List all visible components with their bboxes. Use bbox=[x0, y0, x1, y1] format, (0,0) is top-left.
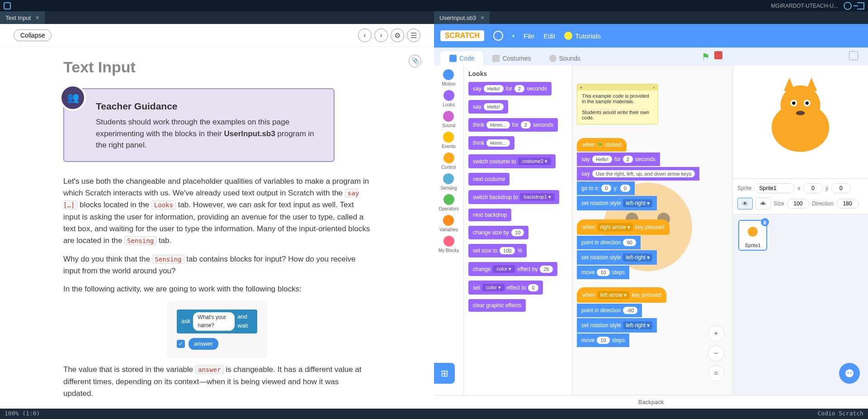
collapse-button[interactable]: Collapse bbox=[14, 29, 52, 41]
globe-icon[interactable] bbox=[493, 31, 503, 41]
sprite-direction-input[interactable] bbox=[836, 199, 859, 209]
category-sound[interactable]: Sound bbox=[441, 110, 456, 129]
block-move[interactable]: move10steps bbox=[577, 333, 629, 347]
sprite-y-input[interactable] bbox=[831, 183, 851, 193]
close-comment-icon[interactable]: × bbox=[652, 85, 655, 90]
script-workspace[interactable]: ▾× This example code is provided in the … bbox=[572, 66, 732, 395]
size-label: Size bbox=[774, 200, 784, 207]
tab-code[interactable]: Code bbox=[440, 51, 483, 66]
blocks-illustration: ask What's your name? and wait ✓ answer bbox=[167, 302, 267, 357]
list-icon[interactable]: ☰ bbox=[407, 29, 420, 42]
close-icon[interactable]: × bbox=[35, 14, 39, 21]
menu-file[interactable]: File bbox=[524, 32, 534, 40]
script-right-arrow[interactable]: whenright arrow ▾key pressed point in di… bbox=[577, 219, 670, 279]
sprite-name-input[interactable] bbox=[754, 183, 795, 193]
zoom-in-button[interactable]: + bbox=[708, 325, 724, 342]
category-label: Control bbox=[441, 165, 456, 170]
power-icon[interactable] bbox=[844, 2, 852, 10]
hat-when-flag-clicked[interactable]: when⚑clicked bbox=[577, 138, 627, 152]
block-set-rotation[interactable]: set rotation styleleft-right ▾ bbox=[577, 318, 657, 333]
tab-userinput-sb3[interactable]: UserInput.sb3 × bbox=[434, 11, 490, 24]
sprite-thumbnail[interactable]: 🗑 Sprite1 bbox=[738, 220, 767, 251]
stage[interactable] bbox=[733, 66, 868, 179]
block-switch-backdrop[interactable]: switch backdrop tobackdrop1 ▾ bbox=[468, 190, 559, 204]
block-set-rotation[interactable]: set rotation styleleft-right ▾ bbox=[577, 196, 657, 210]
collapse-comment-icon[interactable]: ▾ bbox=[580, 85, 582, 90]
block-say[interactable]: sayUse the right, left, up, and down arr… bbox=[577, 167, 699, 181]
tab-sounds[interactable]: Sounds bbox=[540, 51, 590, 66]
block-set-rotation[interactable]: set rotation styleleft-right ▾ bbox=[577, 250, 657, 265]
ask-block: ask What's your name? and wait bbox=[177, 309, 257, 333]
category-looks[interactable]: Looks bbox=[442, 89, 456, 108]
sprite-size-input[interactable] bbox=[787, 199, 809, 209]
block-switch-costume[interactable]: switch costume tocostume2 ▾ bbox=[468, 154, 556, 168]
category-label: Looks bbox=[443, 102, 455, 107]
app-logo bbox=[4, 2, 11, 10]
menu-edit[interactable]: Edit bbox=[543, 32, 555, 40]
block-change-size[interactable]: change size by10 bbox=[468, 226, 528, 239]
stop-icon[interactable] bbox=[714, 51, 722, 59]
tab-label: Text Input bbox=[5, 14, 31, 21]
blocks-palette[interactable]: Looks sayHello!for2seconds sayHello! thi… bbox=[464, 66, 572, 395]
add-extension-button[interactable]: ⊞ bbox=[434, 363, 455, 384]
scratch-menubar: SCRATCH ▾ File Edit Tutorials bbox=[434, 24, 868, 48]
category-operators[interactable]: Operators bbox=[438, 193, 459, 212]
script-when-flag[interactable]: when⚑clicked sayHello!for2seconds sayUse… bbox=[577, 138, 699, 210]
paperclip-icon[interactable]: 📎 bbox=[409, 55, 421, 67]
logout-icon[interactable] bbox=[857, 2, 864, 10]
block-set-effect[interactable]: setcolor ▾effect to0 bbox=[468, 281, 543, 295]
add-sprite-button[interactable] bbox=[839, 363, 860, 384]
block-clear-effects[interactable]: clear graphic effects bbox=[468, 299, 526, 312]
zoom-reset-button[interactable]: = bbox=[708, 365, 724, 381]
block-next-costume[interactable]: next costume bbox=[468, 173, 509, 186]
sprite-info-panel: Sprite x y 👁 👁 Size Direction bbox=[733, 179, 868, 214]
close-icon[interactable]: × bbox=[481, 14, 484, 21]
y-label: y bbox=[826, 185, 828, 191]
next-button[interactable]: › bbox=[374, 29, 388, 42]
block-move[interactable]: move10steps bbox=[577, 266, 629, 279]
zoom-out-button[interactable]: − bbox=[708, 345, 724, 362]
category-control[interactable]: Control bbox=[440, 152, 457, 171]
tab-text-input[interactable]: Text Input × bbox=[0, 11, 45, 24]
direction-label: Direction bbox=[812, 200, 833, 207]
sprite-x-input[interactable] bbox=[803, 183, 823, 193]
block-think[interactable]: thinkHmm... bbox=[468, 136, 514, 150]
block-point-direction[interactable]: point in direction90 bbox=[577, 236, 641, 249]
block-set-size[interactable]: set size to100% bbox=[468, 244, 527, 257]
menu-tutorials[interactable]: Tutorials bbox=[564, 32, 601, 40]
green-flag-icon[interactable]: ⚑ bbox=[702, 51, 710, 62]
code-looks: Looks bbox=[151, 200, 176, 210]
block-say-for[interactable]: sayHello!for2seconds bbox=[468, 82, 552, 95]
hat-when-key-pressed[interactable]: whenright arrow ▾key pressed bbox=[577, 219, 670, 235]
svg-point-14 bbox=[848, 372, 849, 374]
code-answer: answer bbox=[195, 365, 224, 374]
scratch-cat-sprite[interactable] bbox=[733, 66, 868, 178]
category-sensing[interactable]: Sensing bbox=[439, 172, 458, 191]
block-think-for[interactable]: thinkHmm...for2seconds bbox=[468, 118, 558, 132]
scratch-logo: SCRATCH bbox=[440, 30, 484, 41]
block-point-direction[interactable]: point in direction-90 bbox=[577, 304, 642, 317]
block-change-effect[interactable]: changecolor ▾effect by25 bbox=[468, 262, 557, 276]
backpack-toggle[interactable]: Backpack bbox=[434, 395, 868, 409]
tab-costumes[interactable]: Costumes bbox=[483, 51, 540, 66]
workspace-comment[interactable]: ▾× This example code is provided in the … bbox=[577, 84, 658, 124]
category-my-blocks[interactable]: My Blocks bbox=[438, 235, 460, 254]
script-left-arrow[interactable]: whenleft arrow ▾key pressed point in dir… bbox=[577, 287, 666, 347]
block-next-backdrop[interactable]: next backdrop bbox=[468, 209, 511, 221]
block-say-for[interactable]: sayHello!for2seconds bbox=[577, 152, 660, 166]
block-say[interactable]: sayHello! bbox=[468, 100, 508, 114]
category-variables[interactable]: Variables bbox=[439, 214, 459, 233]
x-label: x bbox=[797, 185, 800, 191]
gear-icon[interactable]: ⚙ bbox=[391, 29, 404, 42]
show-sprite-button[interactable]: 👁 bbox=[737, 198, 753, 210]
category-events[interactable]: Events bbox=[441, 131, 457, 150]
status-position: 100% (1:0) bbox=[5, 410, 40, 418]
hat-when-key-pressed[interactable]: whenleft arrow ▾key pressed bbox=[577, 287, 666, 303]
prev-button[interactable]: ‹ bbox=[358, 29, 372, 42]
block-goto[interactable]: go to x:0y:0 bbox=[577, 181, 635, 195]
category-motion[interactable]: Motion bbox=[441, 68, 456, 87]
svg-marker-5 bbox=[784, 78, 795, 91]
delete-sprite-icon[interactable]: 🗑 bbox=[761, 218, 769, 226]
fullscreen-icon[interactable] bbox=[849, 51, 858, 60]
hide-sprite-button[interactable]: 👁 bbox=[755, 198, 771, 210]
